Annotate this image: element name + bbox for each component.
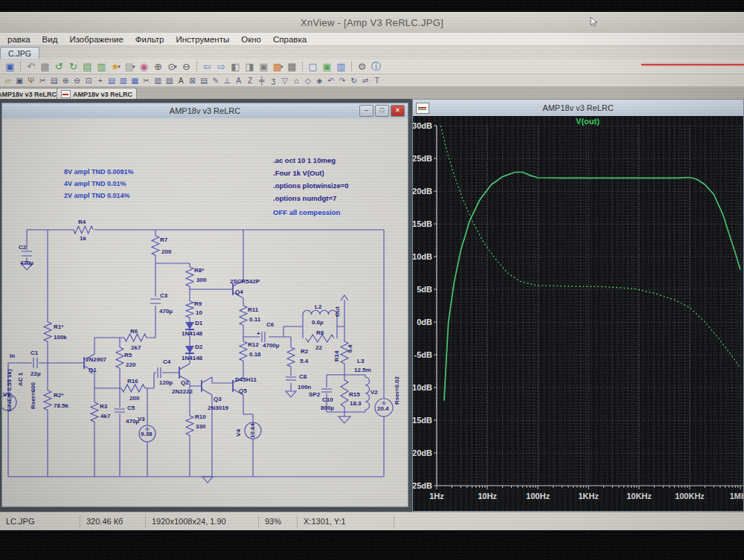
trace-magnitude <box>444 173 740 401</box>
drag-icon[interactable]: ◈ <box>314 75 326 86</box>
capacitor-icon[interactable]: ╪ <box>256 75 268 86</box>
component-label: In <box>10 353 15 359</box>
x-axis-tick-label: 10Hz <box>478 492 497 501</box>
redo-icon[interactable]: ↷ <box>337 75 349 86</box>
rotate-right-icon[interactable]: ↻ <box>66 59 80 73</box>
schematic-canvas[interactable]: R41kC2470µR1*100kR2*78.5kInC122µV12N2907… <box>2 118 408 506</box>
back-icon[interactable]: ⇦ <box>200 59 214 73</box>
menu-item-Справка[interactable]: Справка <box>267 35 312 44</box>
undo-icon[interactable]: ↶ <box>325 75 337 86</box>
menu-item-Фильтр[interactable]: Фильтр <box>129 35 170 44</box>
slideshow-icon[interactable]: ◉ <box>137 59 151 73</box>
info-icon[interactable]: ⓘ <box>369 59 383 73</box>
menu-item-Окно[interactable]: Окно <box>235 35 267 44</box>
save-icon[interactable]: ▣ <box>3 59 17 73</box>
save-icon[interactable]: ▣ <box>14 75 26 86</box>
print-icon[interactable]: ▤ <box>199 75 211 86</box>
zoom-full-icon[interactable]: ⊡ <box>83 75 95 86</box>
capacitor-glyph: ╪ <box>259 77 264 85</box>
favorites-icon[interactable]: ★▾ <box>109 59 123 73</box>
ground-icon[interactable]: ⊥ <box>222 75 234 86</box>
bode-plot[interactable]: 30dB25dB20dB15dB10dB5dB0dB-5dB-10dB-15dB… <box>413 116 743 511</box>
find-icon[interactable]: A <box>176 75 187 86</box>
open-icon[interactable]: ▱ <box>2 75 14 86</box>
spice-annotation: .options numdgt=7 <box>273 194 336 202</box>
menu-item-равка[interactable]: равка <box>1 35 36 44</box>
rotate-icon[interactable]: ↻ <box>348 75 360 86</box>
fit-height-icon[interactable]: ◨ <box>243 59 257 73</box>
image-tab[interactable]: C.JPG <box>0 47 39 59</box>
waveform-window-titlebar[interactable]: AMP18v v3 ReLRC <box>413 100 743 117</box>
trace-label[interactable]: V(out) <box>413 117 743 126</box>
scissors-glyph: ✂ <box>39 77 46 85</box>
cascade-icon[interactable]: ▦ <box>129 75 141 86</box>
component-label: 22µ <box>31 370 41 377</box>
label-glyph: A <box>236 77 241 85</box>
component-label: 0.18 <box>249 351 261 358</box>
trace-phase <box>440 126 740 368</box>
edit-image-icon[interactable]: ▣ <box>320 59 334 73</box>
settings-icon[interactable]: ⚙ <box>355 59 369 73</box>
component-label: R1* <box>54 324 64 330</box>
zoom-in-icon[interactable]: ⊕ <box>151 59 165 73</box>
ltspice-tab-2[interactable]: AMP18v v3 ReLRC <box>57 88 137 100</box>
cut-icon[interactable]: ✂ <box>141 75 153 86</box>
component-label: R2* <box>54 392 64 399</box>
scissors-icon[interactable]: ✂ <box>37 75 49 86</box>
browse-glyph: ▢ <box>308 62 317 71</box>
component-icon[interactable]: ⌂ <box>291 75 303 86</box>
forward-icon[interactable]: ⇨ <box>214 59 228 73</box>
prev-image-icon[interactable]: ▤ <box>80 59 94 73</box>
zoom-out-icon[interactable]: ⊖ <box>179 59 193 73</box>
print-icon[interactable]: ▦ <box>285 59 299 73</box>
waveform-tab-icon <box>61 90 71 98</box>
ltspice-tab-1[interactable]: AMP18v v3 ReLRC <box>0 88 62 100</box>
menu-item-Инструменты[interactable]: Инструменты <box>170 35 236 44</box>
image-menu-icon[interactable]: ▤▾ <box>123 59 137 73</box>
probe-icon[interactable]: Ψ <box>25 75 37 86</box>
browse-icon[interactable]: ▢ <box>306 59 320 73</box>
fit-width-icon[interactable]: ◧ <box>228 59 243 73</box>
thumbnails-icon[interactable]: ▩▾ <box>271 59 285 73</box>
next-image-icon[interactable]: ▥ <box>94 59 109 73</box>
xnview-toolbar: ▣↶▦↺↻▤▥★▾▤▾◉⊕⊙▾⊖⇦⇨◧◨▣▩▾▦▢▣▥⚙ⓘ <box>0 59 744 74</box>
ltspice-tab-label: AMP18v v3 ReLRC <box>73 91 132 98</box>
paste-icon[interactable]: ▨ <box>164 75 176 86</box>
zoom-in-icon[interactable]: ⊕ <box>60 75 72 86</box>
diode-icon[interactable]: ▽ <box>279 75 291 86</box>
component-label: C10 <box>322 396 333 403</box>
display-glyph: ▥ <box>336 62 345 71</box>
move-icon[interactable]: ◇ <box>302 75 314 86</box>
xnview-titlebar[interactable]: XnView - [Amp V3 ReRLC.JPG] <box>0 12 744 33</box>
pan-icon[interactable]: + <box>94 75 106 86</box>
undo-icon[interactable]: ↶ <box>24 59 38 73</box>
fit-width-glyph: ◧ <box>231 62 240 71</box>
label-icon[interactable]: A <box>233 75 245 86</box>
fullscreen-icon[interactable]: ▣ <box>257 59 271 73</box>
component-label: 4k7 <box>100 413 111 419</box>
crop-icon[interactable]: ▦ <box>38 59 52 73</box>
photographed-monitor: XnView - [Amp V3 ReRLC.JPG] равкаВидИзоб… <box>0 0 744 560</box>
text-icon[interactable]: T <box>371 75 383 86</box>
lock-icon[interactable]: ⊠ <box>187 75 199 86</box>
menu-item-Изображение[interactable]: Изображение <box>63 35 129 44</box>
zoom-actual-icon[interactable]: ⊙▾ <box>165 59 179 73</box>
menu-item-Вид[interactable]: Вид <box>36 35 64 44</box>
component-label: 1N4148 <box>182 330 203 337</box>
zoom-out-glyph: ⊖ <box>182 62 190 71</box>
maximize-button[interactable]: □ <box>375 105 389 117</box>
schematic-window-titlebar[interactable]: AMP18v v3 ReLRC – □ × <box>2 103 408 119</box>
minimize-button[interactable]: – <box>359 105 373 117</box>
rotate-left-icon[interactable]: ↺ <box>52 59 66 73</box>
display-icon[interactable]: ▥ <box>334 59 348 73</box>
mirror-icon[interactable]: ⇌ <box>360 75 372 86</box>
copy-icon[interactable]: ▤ <box>48 75 60 86</box>
zoom-out-icon[interactable]: ⊖ <box>71 75 83 86</box>
tile-horizontal-icon[interactable]: ▤ <box>106 75 118 86</box>
resistor-icon[interactable]: Z <box>245 75 257 86</box>
copy2-icon[interactable]: ▥ <box>153 75 164 86</box>
close-button[interactable]: × <box>391 105 405 117</box>
tile-vertical-icon[interactable]: ▥ <box>118 75 129 86</box>
inductor-icon[interactable]: ʒ <box>268 75 280 86</box>
wire-icon[interactable]: ✎ <box>210 75 222 86</box>
